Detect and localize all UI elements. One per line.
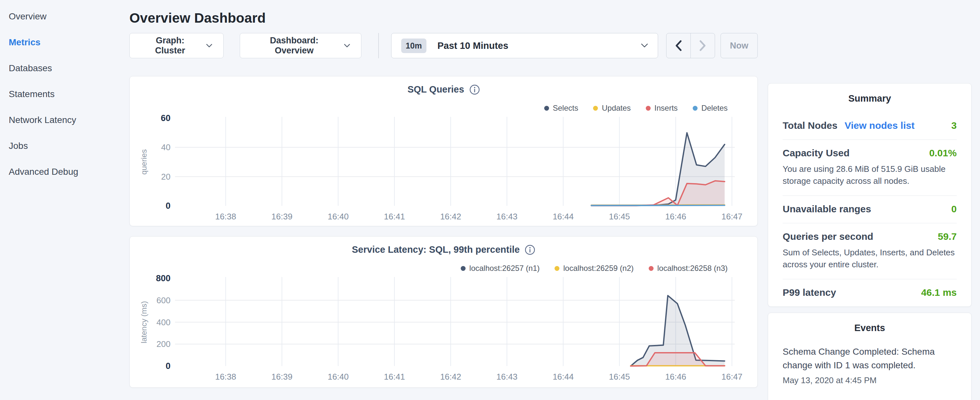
sidebar-item-advanced-debug[interactable]: Advanced Debug (0, 159, 129, 185)
summary-row-label: Unavailable ranges (783, 204, 871, 215)
legend-dot-icon (649, 266, 654, 271)
y-tick-label: 20 (161, 172, 170, 182)
sql-queries-card: SQL Queries SelectsUpdatesInsertsDeletes… (129, 76, 758, 226)
sql-queries-title-row: SQL Queries (130, 84, 757, 95)
x-tick-label: 16:40 (328, 372, 349, 382)
right-sidebar: Summary Total NodesView nodes list3Capac… (768, 0, 972, 400)
summary-row-p99-latency: P99 latency46.1 ms (783, 279, 957, 306)
page-title: Overview Dashboard (129, 10, 758, 26)
y-tick-label: 600 (157, 295, 170, 305)
time-range-label: Past 10 Minutes (438, 40, 641, 51)
legend-item: Updates (593, 104, 631, 113)
legend-label: Selects (553, 104, 579, 113)
event-text: Schema Change Completed: Schema change w… (783, 345, 957, 372)
dashboard-select-dropdown[interactable]: Dashboard: Overview (240, 33, 361, 58)
legend-label: localhost:26257 (n1) (469, 264, 540, 273)
legend-label: localhost:26259 (n2) (563, 264, 633, 273)
legend-item: localhost:26258 (n3) (649, 264, 728, 273)
legend-label: Deletes (702, 104, 728, 113)
events-panel: Events Schema Change Completed: Schema c… (768, 312, 972, 400)
latency-legend: localhost:26257 (n1)localhost:26259 (n2)… (461, 264, 728, 273)
summary-panel: Summary Total NodesView nodes list3Capac… (768, 83, 972, 307)
event-item: Schema Change Completed: Schema change w… (783, 345, 957, 386)
x-tick-label: 16:43 (496, 372, 517, 382)
latency-chart[interactable]: 16:3816:3916:4016:4116:4216:4316:4416:45… (130, 272, 758, 384)
sql-queries-chart[interactable]: 16:3816:3916:4016:4116:4216:4316:4416:45… (130, 112, 758, 224)
chevron-right-icon (699, 40, 706, 51)
summary-row-value: 46.1 ms (921, 287, 957, 298)
legend-label: localhost:26258 (n3) (657, 264, 728, 273)
now-button[interactable]: Now (721, 33, 758, 58)
legend-label: Updates (602, 104, 631, 113)
summary-row-description: Sum of Selects, Updates, Inserts, and De… (783, 247, 957, 271)
legend-item: Deletes (693, 104, 728, 113)
x-tick-label: 16:43 (496, 212, 517, 222)
controls-divider (378, 33, 379, 58)
chevron-down-icon (344, 44, 350, 48)
sidebar-item-databases[interactable]: Databases (0, 55, 129, 81)
sidebar-item-metrics[interactable]: Metrics (0, 29, 129, 55)
sql-queries-title: SQL Queries (407, 84, 464, 95)
x-tick-label: 16:42 (440, 372, 461, 382)
legend-dot-icon (646, 106, 651, 111)
summary-row-queries-per-second: Queries per second59.7Sum of Selects, Up… (783, 223, 957, 279)
time-prev-button[interactable] (667, 33, 690, 58)
graph-scope-dropdown[interactable]: Graph: Cluster (129, 33, 224, 58)
sidebar-item-overview[interactable]: Overview (0, 3, 129, 29)
y-tick-label: 400 (157, 317, 170, 327)
x-tick-label: 16:42 (440, 212, 461, 222)
time-step-group (666, 33, 715, 58)
legend-item: Selects (544, 104, 579, 113)
legend-dot-icon (544, 106, 549, 111)
x-tick-label: 16:41 (384, 372, 405, 382)
chevron-left-icon (675, 40, 682, 51)
latency-card: Service Latency: SQL, 99th percentile lo… (129, 236, 758, 388)
x-tick-label: 16:46 (665, 372, 686, 382)
legend-item: Inserts (646, 104, 678, 113)
x-tick-label: 16:41 (384, 212, 405, 222)
latency-title-row: Service Latency: SQL, 99th percentile (130, 244, 757, 255)
y-tick-label: 0 (165, 201, 170, 211)
x-tick-label: 16:45 (609, 372, 630, 382)
time-range-badge: 10m (401, 38, 426, 53)
chart-svg: 16:3816:3916:4016:4116:4216:4316:4416:45… (130, 112, 758, 224)
graph-scope-label: Graph: Cluster (141, 36, 200, 56)
legend-dot-icon (593, 106, 598, 111)
events-title: Events (783, 323, 957, 333)
legend-item: localhost:26257 (n1) (461, 264, 540, 273)
event-date: May 13, 2020 at 4:45 PM (783, 375, 957, 386)
x-tick-label: 16:45 (609, 212, 630, 222)
summary-row-total-nodes: Total NodesView nodes list3 (783, 112, 957, 139)
summary-row-label: Total Nodes (783, 120, 837, 131)
chevron-down-icon (206, 44, 212, 48)
dashboard-controls: Graph: Cluster Dashboard: Overview 10m P… (129, 33, 758, 58)
summary-row-value: 59.7 (938, 231, 957, 242)
view-nodes-list-link[interactable]: View nodes list (845, 120, 914, 131)
y-tick-label: 60 (161, 113, 170, 123)
legend-dot-icon (693, 106, 698, 111)
info-icon[interactable] (469, 84, 480, 95)
info-icon[interactable] (525, 245, 535, 255)
summary-row-capacity-used: Capacity Used0.01%You are using 28.6 MiB… (783, 139, 957, 196)
x-tick-label: 16:44 (553, 372, 574, 382)
sidebar-item-network-latency[interactable]: Network Latency (0, 107, 129, 133)
sidebar-item-statements[interactable]: Statements (0, 81, 129, 107)
summary-title: Summary (783, 93, 957, 104)
sidebar-item-jobs[interactable]: Jobs (0, 133, 129, 159)
sidebar: OverviewMetricsDatabasesStatementsNetwor… (0, 0, 129, 400)
time-next-button[interactable] (691, 33, 715, 58)
x-tick-label: 16:38 (215, 372, 236, 382)
y-tick-label: 200 (157, 339, 170, 349)
summary-row-unavailable-ranges: Unavailable ranges0 (783, 196, 957, 223)
y-tick-label: 800 (156, 274, 170, 283)
legend-item: localhost:26259 (n2) (555, 264, 633, 273)
legend-label: Inserts (654, 104, 678, 113)
chevron-down-icon (641, 43, 648, 48)
summary-row-label: Capacity Used (783, 148, 850, 159)
time-range-dropdown[interactable]: 10m Past 10 Minutes (391, 33, 658, 58)
x-tick-label: 16:39 (272, 212, 293, 222)
y-tick-label: 0 (165, 361, 170, 371)
chart-svg: 16:3816:3916:4016:4116:4216:4316:4416:45… (130, 272, 758, 384)
legend-dot-icon (461, 266, 466, 271)
main-content: Overview Dashboard Graph: Cluster Dashbo… (129, 0, 758, 400)
